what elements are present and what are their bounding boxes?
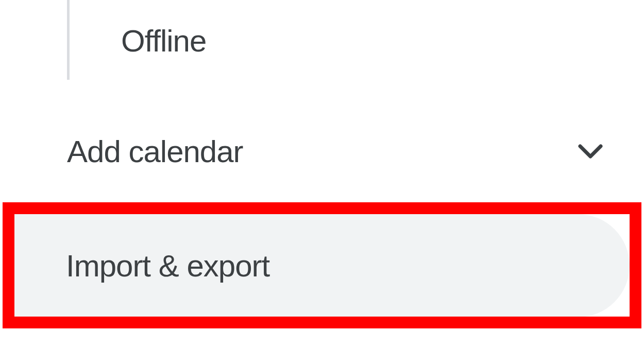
chevron-down-icon <box>578 139 603 164</box>
highlight-annotation <box>3 202 641 328</box>
add-calendar-label: Add calendar <box>67 134 243 169</box>
settings-sidebar: Offline Add calendar Import & export <box>0 0 644 349</box>
offline-label: Offline <box>67 23 206 59</box>
sidebar-item-add-calendar[interactable]: Add calendar <box>67 134 603 169</box>
sidebar-item-offline[interactable]: Offline <box>67 23 206 59</box>
